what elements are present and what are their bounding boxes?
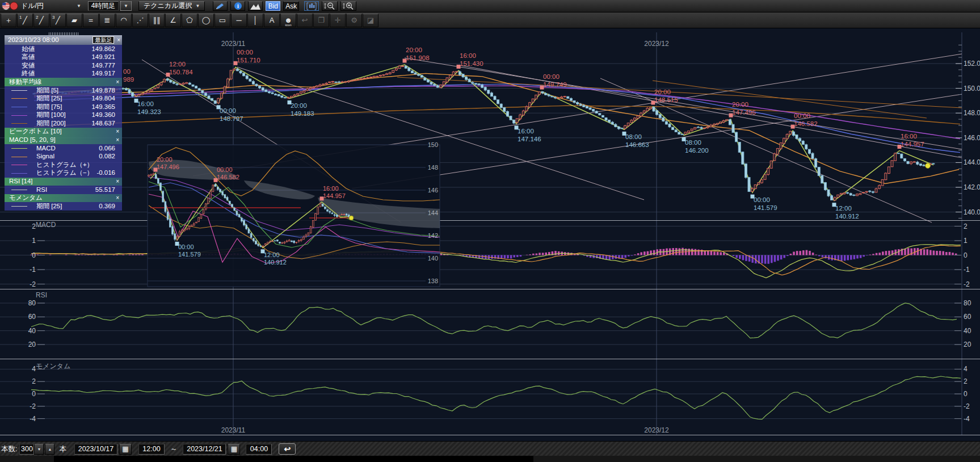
bar-count-input[interactable]: 300 — [19, 444, 34, 455]
panel-title: MACD — [36, 221, 56, 229]
close-icon[interactable]: × — [117, 37, 120, 43]
indicator-value-row: 始値149.862 — [5, 45, 122, 53]
time-to-input[interactable]: 04:00 — [246, 444, 272, 455]
candle-display-button[interactable] — [304, 1, 319, 11]
vline-tool[interactable]: │ — [247, 14, 263, 27]
reload-button[interactable]: ↩ — [279, 443, 296, 455]
svg-text:20: 20 — [964, 341, 971, 348]
month-label: 2023/11 — [221, 40, 246, 48]
indicator-value-row: 期間 [25]149.804 — [5, 95, 122, 103]
svg-text:1: 1 — [32, 237, 36, 245]
svg-text:00:00: 00:00 — [754, 196, 770, 203]
indicator-value-row: ヒストグラム（−）-0.016 — [5, 169, 122, 178]
pencil-icon — [215, 2, 225, 10]
month-label: 2023/12 — [644, 426, 669, 434]
month-label: 2023/12 — [644, 40, 669, 48]
crosshair-tool[interactable]: ＋ — [1, 14, 16, 27]
svg-text:-4: -4 — [30, 415, 36, 423]
close-icon[interactable]: × — [116, 79, 122, 85]
status-bar-inner — [54, 456, 533, 462]
svg-text:151.430: 151.430 — [460, 60, 483, 67]
date-to-input[interactable]: 2023/12/21 — [183, 444, 226, 455]
angle-line-tool[interactable]: ∠ — [165, 14, 181, 27]
svg-text:989: 989 — [123, 76, 134, 83]
svg-text:150.0: 150.0 — [964, 85, 980, 93]
count-increment-button[interactable]: ▲ — [45, 444, 54, 455]
timeframe-display[interactable]: 4時間足 — [88, 1, 119, 11]
svg-text:16:00: 16:00 — [137, 100, 154, 107]
bid-button[interactable]: Bid — [266, 1, 280, 11]
line-color-swatch — [11, 107, 27, 107]
svg-text:00:00: 00:00 — [794, 112, 810, 119]
info-panel-header[interactable]: 2023/10/23 08:00 最新足 × — [5, 35, 122, 45]
svg-text:-4: -4 — [964, 415, 970, 423]
svg-text:2: 2 — [964, 222, 968, 230]
latest-bar-button[interactable]: 最新足 — [92, 36, 114, 44]
svg-text:2: 2 — [964, 377, 968, 385]
icon-stamp-tool[interactable]: ☻icon — [280, 14, 296, 27]
inset-last-price-dot — [349, 216, 354, 220]
rsi-line — [31, 303, 957, 338]
fibonacci-arc-tool[interactable]: ◠ — [116, 14, 132, 27]
svg-text:00:00: 00:00 — [217, 166, 233, 173]
svg-text:147.496: 147.496 — [732, 109, 756, 116]
svg-text:-1: -1 — [30, 266, 36, 274]
trendline-2-tool[interactable]: 2╱ — [33, 14, 49, 27]
svg-text:147.146: 147.146 — [518, 136, 541, 142]
zoom-out-button[interactable] — [322, 1, 338, 11]
ellipse-tool[interactable]: ◯ — [198, 14, 214, 27]
close-icon[interactable]: × — [116, 195, 122, 201]
trendline-1-tool[interactable]: 1╱ — [17, 14, 33, 27]
close-icon[interactable]: × — [116, 137, 122, 143]
line-color-swatch — [11, 157, 27, 157]
jp-flag-icon — [10, 2, 18, 10]
info-button[interactable]: i — [230, 1, 245, 11]
hline-tool[interactable]: ─ — [231, 14, 247, 27]
chart-type-button[interactable] — [248, 1, 263, 11]
svg-text:-1: -1 — [964, 266, 970, 274]
ruler-tool[interactable]: ▰ — [66, 14, 82, 27]
svg-text:138: 138 — [428, 278, 438, 284]
trendline-3-tool[interactable]: 3╱ — [50, 14, 66, 27]
svg-text:4: 4 — [964, 365, 968, 373]
vertical-lines-tool[interactable]: ∥∥ — [149, 14, 165, 27]
us-flag-icon — [2, 2, 10, 10]
text-tool[interactable]: A — [264, 14, 280, 27]
pentagon-tool[interactable]: ⬠ — [182, 14, 197, 27]
ask-button[interactable]: Ask — [283, 1, 299, 11]
line-color-swatch — [11, 206, 27, 207]
time-from-input[interactable]: 12:00 — [138, 444, 165, 455]
technical-select-button[interactable]: テクニカル選択 ▼ — [138, 1, 205, 11]
settings-tool: ⚙ — [346, 14, 362, 27]
rectangle-tool[interactable]: ▭ — [214, 14, 230, 27]
timeframe-dropdown-button[interactable]: ▼ — [120, 1, 132, 11]
indicator-value-row: 期間 [100]149.360 — [5, 111, 122, 120]
draw-pencil-button[interactable] — [213, 1, 228, 11]
svg-text:-2: -2 — [30, 280, 36, 288]
line-color-swatch — [11, 173, 27, 174]
parallel-lines-tool[interactable]: ＝ — [83, 14, 99, 27]
multi-hline-tool[interactable]: ≣ — [99, 14, 115, 27]
close-icon[interactable]: × — [116, 129, 122, 135]
last-price-dot — [926, 163, 931, 169]
chart-canvas[interactable]: 152.0150.0148.0146.0144.0142.0140.022110… — [0, 0, 980, 462]
fibonacci-fan-tool[interactable]: ⋰ — [132, 14, 148, 27]
date-from-calendar-button[interactable]: ▦ — [119, 444, 132, 455]
symbol-selector[interactable]: ドル/円 ▼ — [0, 0, 85, 12]
svg-text:141.579: 141.579 — [178, 251, 201, 258]
svg-text:20:00: 20:00 — [654, 89, 671, 95]
svg-text:1: 1 — [964, 237, 968, 245]
svg-text:144.0: 144.0 — [964, 158, 980, 166]
line-color-swatch — [11, 90, 27, 91]
close-icon[interactable]: × — [116, 179, 122, 184]
zoom-in-button[interactable] — [340, 1, 356, 11]
selected-bar-timestamp: 2023/10/23 08:00 — [8, 37, 59, 44]
svg-text:146.582: 146.582 — [217, 174, 239, 180]
date-to-calendar-button[interactable]: ▦ — [228, 444, 240, 455]
date-from-input[interactable]: 2023/10/17 — [74, 444, 117, 455]
undo-tool: ↩ — [297, 14, 313, 27]
bottom-toolbar: 本数: 300 ▼ ▲ 本 2023/10/17 ▦ 12:00 ～ 2023/… — [0, 441, 980, 456]
count-decrement-button[interactable]: ▼ — [34, 444, 44, 455]
svg-text:16:00: 16:00 — [460, 52, 476, 59]
line-color-swatch — [11, 123, 27, 124]
